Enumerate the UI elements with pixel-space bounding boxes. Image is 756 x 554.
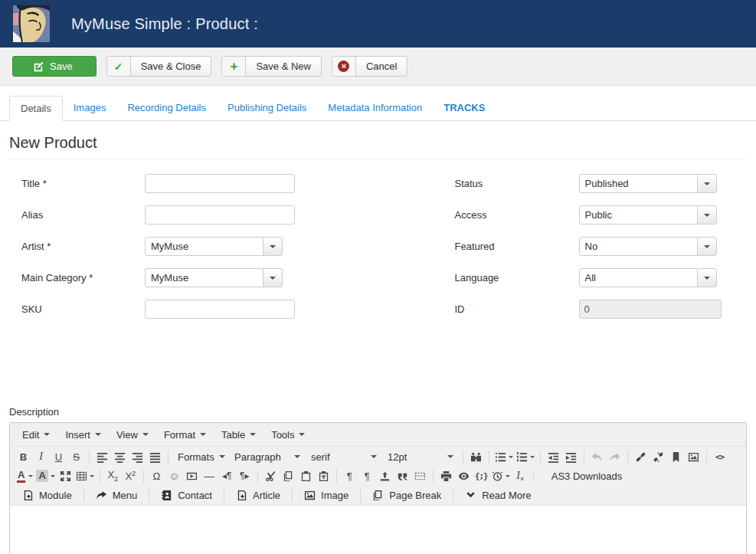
template-icon[interactable] [376, 467, 394, 484]
ordered-list-icon[interactable] [515, 448, 536, 465]
menu-view[interactable]: View [109, 425, 156, 445]
product-details-form: Title * Alias Artist * MyMuse Main Categ… [0, 174, 756, 331]
action-toolbar: Save ✓ Save & Close + Save & New × Cance… [0, 48, 756, 86]
cancel-button[interactable]: × Cancel [332, 56, 407, 77]
tab-images[interactable]: Images [63, 96, 117, 121]
fullscreen-icon[interactable] [57, 467, 74, 484]
tab-recording-details[interactable]: Recording Details [116, 96, 217, 121]
read-more-button[interactable]: Read More [457, 487, 538, 503]
unlink-icon[interactable] [650, 448, 667, 465]
align-left-icon[interactable] [93, 448, 111, 465]
tab-tracks[interactable]: TRACKS [433, 96, 496, 121]
menu-tools[interactable]: Tools [263, 425, 313, 445]
forecolor-icon[interactable]: A [15, 467, 34, 484]
toolbar-separator [433, 470, 434, 483]
editor-toolbar-row-2: AAX2X2Ω☺—◂¶¶▸¶¶{;}I×AS3 Downloads [10, 467, 746, 485]
blockquote-icon[interactable] [394, 467, 411, 484]
italic-icon[interactable]: I [32, 448, 50, 465]
menu-table[interactable]: Table [214, 425, 263, 445]
source-code-icon[interactable]: <> [711, 448, 728, 465]
visual-chars-icon[interactable]: ¶ [341, 467, 358, 484]
undo-icon[interactable] [588, 448, 606, 465]
indent-icon[interactable] [562, 448, 580, 465]
paragraph-dropdown[interactable]: Paragraph [229, 448, 306, 465]
main-category-select-caret-icon[interactable] [263, 268, 283, 287]
menu-format[interactable]: Format [156, 425, 214, 445]
print-icon[interactable] [437, 467, 455, 484]
show-blocks-icon[interactable]: ¶ [358, 467, 376, 484]
table-icon[interactable] [74, 467, 96, 484]
cut-icon[interactable] [262, 467, 280, 484]
insert-image-button[interactable]: Image [296, 487, 356, 503]
align-right-icon[interactable] [129, 448, 146, 465]
title-input[interactable] [145, 174, 295, 193]
form-row-main-category: Main Category * MyMuse [0, 268, 378, 287]
alias-input[interactable] [145, 205, 295, 225]
artist-select-caret-icon[interactable] [263, 237, 283, 256]
sku-input[interactable] [145, 300, 295, 319]
superscript-icon[interactable]: X2 [122, 467, 139, 484]
toolbar-separator [257, 470, 258, 483]
menu-edit[interactable]: Edit [15, 425, 57, 445]
paste-icon[interactable] [297, 467, 315, 484]
media-icon[interactable] [183, 467, 201, 484]
tab-publishing-details[interactable]: Publishing Details [217, 96, 317, 121]
find-replace-icon[interactable] [467, 448, 485, 465]
save-button[interactable]: Save [12, 56, 97, 77]
menu-icon [96, 490, 107, 501]
status-select[interactable]: Published [579, 174, 717, 193]
language-select[interactable]: All [579, 268, 717, 287]
as3-downloads-button[interactable]: AS3 Downloads [538, 470, 637, 482]
formats-dropdown[interactable]: Formats [172, 448, 229, 465]
toolbar-separator [706, 451, 707, 464]
tab-metadata-information[interactable]: Metadata Information [317, 96, 433, 121]
unordered-list-icon[interactable] [493, 448, 515, 465]
backcolor-icon[interactable]: A [34, 467, 56, 484]
link-icon[interactable] [632, 448, 650, 465]
emoticon-icon[interactable]: ☺ [165, 467, 183, 484]
access-select-caret-icon[interactable] [697, 205, 717, 225]
save-new-button[interactable]: + Save & New [221, 56, 322, 77]
anchor-icon[interactable] [667, 448, 685, 465]
insert-image-icon[interactable] [685, 448, 702, 465]
align-justify-icon[interactable] [146, 448, 164, 465]
outdent-icon[interactable] [545, 448, 562, 465]
preview-icon[interactable] [455, 467, 473, 484]
visual-blocks-icon[interactable] [411, 467, 429, 484]
language-select-caret-icon[interactable] [697, 268, 717, 287]
artist-select[interactable]: MyMuse [145, 237, 283, 256]
copy-icon[interactable] [280, 467, 297, 484]
article-button[interactable]: Article [228, 487, 288, 503]
module-button[interactable]: Module [15, 487, 80, 503]
featured-select[interactable]: No [579, 237, 717, 256]
subscript-icon[interactable]: X2 [104, 467, 122, 484]
title-divider [9, 159, 747, 159]
main-category-select[interactable]: MyMuse [145, 268, 283, 287]
featured-select-caret-icon[interactable] [697, 237, 717, 256]
bold-icon[interactable]: B [15, 448, 32, 465]
fontsize-dropdown[interactable]: 12pt [382, 448, 459, 465]
save-close-button[interactable]: ✓ Save & Close [106, 56, 212, 77]
special-char-icon[interactable]: Ω [148, 467, 165, 484]
align-center-icon[interactable] [111, 448, 129, 465]
access-select[interactable]: Public [579, 205, 717, 225]
underline-icon[interactable]: U [50, 448, 67, 465]
status-select-caret-icon[interactable] [697, 174, 717, 193]
editor-content-area[interactable] [10, 505, 746, 554]
code-sample-icon[interactable]: {;} [473, 467, 490, 484]
ltr-icon[interactable]: ◂¶ [218, 467, 236, 484]
contact-button[interactable]: Contact [153, 487, 220, 503]
paste-text-icon[interactable] [315, 467, 332, 484]
page-break-button[interactable]: Page Break [365, 487, 449, 503]
product-logo-image [13, 5, 50, 42]
redo-icon[interactable] [606, 448, 623, 465]
remove-format-icon[interactable]: I× [512, 467, 529, 484]
menu-button[interactable]: Menu [88, 487, 146, 503]
tab-details[interactable]: Details [9, 96, 63, 121]
rtl-icon[interactable]: ¶▸ [236, 467, 254, 484]
menu-insert[interactable]: Insert [57, 425, 109, 445]
fontfamily-dropdown[interactable]: serif [306, 448, 382, 465]
strikethrough-icon[interactable]: S [67, 448, 85, 465]
datetime-icon[interactable] [490, 467, 512, 484]
horizontal-rule-icon[interactable]: — [201, 467, 218, 484]
